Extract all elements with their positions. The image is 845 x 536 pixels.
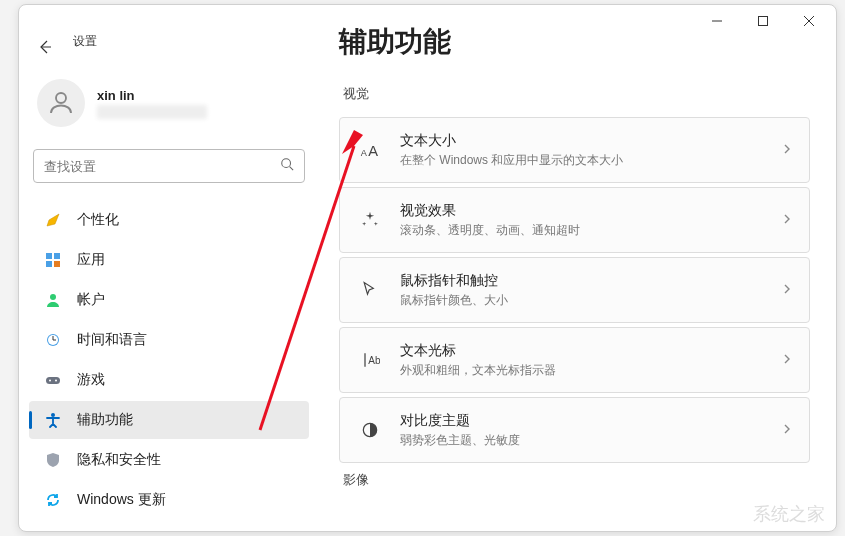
settings-window: 设置 辅助功能 xin lin 个性化应用帐户时间和语言游戏辅助功能隐私和安全性… (18, 4, 837, 532)
card-desc: 鼠标指针颜色、大小 (400, 292, 781, 309)
cursor-icon: Ab (356, 350, 384, 370)
search-box[interactable] (33, 149, 305, 183)
sidebar: xin lin 个性化应用帐户时间和语言游戏辅助功能隐私和安全性Windows … (19, 77, 317, 531)
svg-rect-8 (46, 253, 52, 259)
card-title: 鼠标指针和触控 (400, 272, 781, 290)
settings-card[interactable]: 鼠标指针和触控鼠标指针颜色、大小 (339, 257, 810, 323)
card-desc: 在整个 Windows 和应用中显示的文本大小 (400, 152, 781, 169)
settings-card[interactable]: Ab文本光标外观和粗细，文本光标指示器 (339, 327, 810, 393)
card-title: 文本光标 (400, 342, 781, 360)
accessibility-icon (43, 410, 63, 430)
card-title: 视觉效果 (400, 202, 781, 220)
svg-point-19 (55, 380, 57, 382)
chevron-right-icon (781, 351, 793, 369)
nav-item-gaming[interactable]: 游戏 (29, 361, 309, 399)
svg-rect-1 (759, 17, 768, 26)
nav-list: 个性化应用帐户时间和语言游戏辅助功能隐私和安全性Windows 更新 (29, 201, 309, 519)
nav-item-label: Windows 更新 (77, 491, 166, 509)
avatar-icon (37, 79, 85, 127)
svg-point-18 (49, 380, 51, 382)
svg-rect-11 (54, 261, 60, 267)
text-size-icon: AA (356, 139, 384, 161)
nav-item-update[interactable]: Windows 更新 (29, 481, 309, 519)
nav-item-label: 辅助功能 (77, 411, 133, 429)
settings-card[interactable]: AA文本大小在整个 Windows 和应用中显示的文本大小 (339, 117, 810, 183)
apps-icon (43, 250, 63, 270)
sparkle-icon (356, 210, 384, 230)
svg-text:A: A (361, 148, 368, 158)
nav-item-apps[interactable]: 应用 (29, 241, 309, 279)
nav-item-label: 应用 (77, 251, 105, 269)
search-input[interactable] (44, 159, 280, 174)
profile-block[interactable]: xin lin (29, 77, 309, 131)
back-button[interactable] (23, 31, 67, 63)
card-desc: 弱势彩色主题、光敏度 (400, 432, 781, 449)
svg-rect-17 (46, 377, 60, 384)
nav-item-privacy[interactable]: 隐私和安全性 (29, 441, 309, 479)
header: 设置 辅助功能 (19, 37, 836, 77)
svg-text:Ab: Ab (368, 355, 380, 366)
time-icon (43, 330, 63, 350)
svg-point-20 (51, 413, 55, 417)
svg-point-5 (56, 93, 66, 103)
card-title: 文本大小 (400, 132, 781, 150)
nav-item-label: 时间和语言 (77, 331, 147, 349)
gaming-icon (43, 370, 63, 390)
nav-item-personalize[interactable]: 个性化 (29, 201, 309, 239)
update-icon (43, 490, 63, 510)
content-area: 视觉AA文本大小在整个 Windows 和应用中显示的文本大小视觉效果滚动条、透… (317, 77, 836, 531)
contrast-icon (356, 420, 384, 440)
maximize-button[interactable] (740, 5, 786, 37)
app-title: 设置 (73, 33, 97, 50)
svg-rect-9 (54, 253, 60, 259)
nav-item-accessibility[interactable]: 辅助功能 (29, 401, 309, 439)
personalize-icon (43, 210, 63, 230)
pointer-icon (356, 280, 384, 300)
accounts-icon (43, 290, 63, 310)
settings-card[interactable]: 对比度主题弱势彩色主题、光敏度 (339, 397, 810, 463)
card-desc: 外观和粗细，文本光标指示器 (400, 362, 781, 379)
svg-point-12 (50, 294, 56, 300)
chevron-right-icon (781, 281, 793, 299)
card-desc: 滚动条、透明度、动画、通知超时 (400, 222, 781, 239)
search-icon (280, 157, 294, 175)
nav-item-label: 隐私和安全性 (77, 451, 161, 469)
page-title: 辅助功能 (339, 23, 451, 61)
chevron-right-icon (781, 211, 793, 229)
nav-item-label: 个性化 (77, 211, 119, 229)
settings-card[interactable]: 视觉效果滚动条、透明度、动画、通知超时 (339, 187, 810, 253)
svg-line-7 (290, 167, 294, 171)
close-button[interactable] (786, 5, 832, 37)
card-title: 对比度主题 (400, 412, 781, 430)
privacy-icon (43, 450, 63, 470)
nav-item-accounts[interactable]: 帐户 (29, 281, 309, 319)
user-name: xin lin (97, 88, 207, 103)
chevron-right-icon (781, 421, 793, 439)
nav-item-time[interactable]: 时间和语言 (29, 321, 309, 359)
section-header: 影像 (343, 471, 810, 489)
chevron-right-icon (781, 141, 793, 159)
nav-item-label: 游戏 (77, 371, 105, 389)
minimize-button[interactable] (694, 5, 740, 37)
nav-item-label: 帐户 (77, 291, 105, 309)
user-email (97, 105, 207, 119)
section-header: 视觉 (343, 85, 810, 103)
svg-rect-10 (46, 261, 52, 267)
svg-text:A: A (368, 143, 378, 159)
svg-point-6 (282, 159, 291, 168)
